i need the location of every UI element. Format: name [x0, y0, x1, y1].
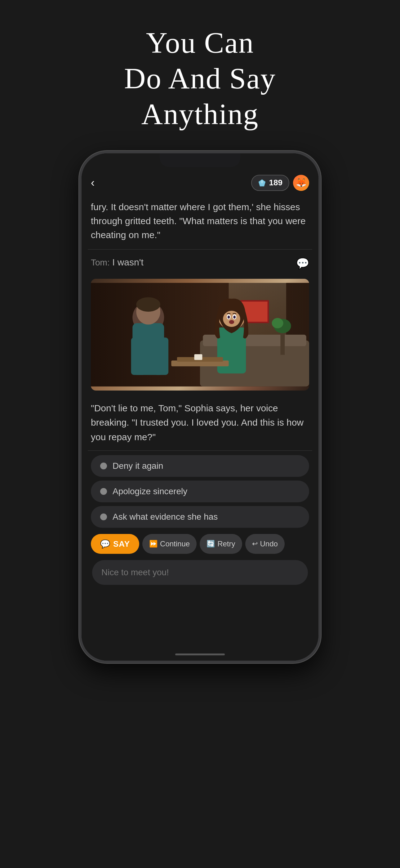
phone-notch: [160, 153, 240, 167]
scene-illustration: [91, 279, 309, 391]
phone-mockup: ‹ 189 🦊 fury. It doesn't m: [79, 151, 321, 663]
divider-2: [88, 451, 312, 451]
nav-right: 189 🦊: [251, 175, 309, 191]
tom-message: Tom: I wasn't 💬: [88, 251, 312, 276]
choices-area: Deny it again Apologize sincerely Ask wh…: [88, 452, 312, 531]
say-button[interactable]: 💬 SAY: [91, 534, 139, 554]
retry-label: Retry: [218, 539, 235, 548]
choice-dot-3: [100, 514, 107, 520]
say-label: SAY: [113, 539, 130, 549]
divider-1: [88, 249, 312, 250]
svg-rect-29: [194, 354, 202, 360]
continue-label: Continue: [160, 539, 190, 548]
say-icon: 💬: [100, 539, 110, 549]
svg-rect-16: [154, 337, 168, 375]
gems-badge[interactable]: 189: [251, 175, 289, 191]
choice-dot-1: [100, 463, 107, 469]
action-bar: 💬 SAY ⏩ Continue 🔄 Retry ↩ Undo: [88, 531, 312, 557]
choice-apologize-label: Apologize sincerely: [112, 487, 187, 496]
retry-icon: 🔄: [206, 540, 215, 548]
phone-shell: ‹ 189 🦊 fury. It doesn't m: [79, 151, 321, 663]
user-avatar[interactable]: 🦊: [293, 175, 309, 191]
gem-icon: [258, 179, 266, 187]
undo-icon: ↩: [252, 540, 258, 548]
hero-title: You can Do and Say Anything: [124, 25, 276, 132]
svg-rect-20: [218, 327, 246, 373]
phone-screen: ‹ 189 🦊 fury. It doesn't m: [81, 153, 319, 661]
nav-bar: ‹ 189 🦊: [81, 172, 319, 194]
undo-button[interactable]: ↩ Undo: [245, 534, 285, 554]
svg-point-21: [223, 311, 240, 327]
tom-text: Tom: I wasn't: [91, 257, 143, 268]
choice-evidence[interactable]: Ask what evidence she has: [91, 506, 309, 528]
scene-image: [91, 279, 309, 391]
svg-point-12: [272, 318, 284, 328]
text-input-placeholder: Nice to meet you!: [101, 567, 169, 577]
gems-count: 189: [269, 178, 282, 187]
svg-rect-15: [131, 337, 145, 375]
home-indicator: [81, 648, 319, 661]
chat-bubble-icon: 💬: [296, 257, 309, 270]
back-button[interactable]: ‹: [91, 176, 95, 189]
choice-deny[interactable]: Deny it again: [91, 455, 309, 477]
undo-label: Undo: [260, 539, 278, 548]
svg-point-18: [136, 297, 160, 311]
chat-area: fury. It doesn't matter where I got them…: [81, 194, 319, 648]
choice-dot-2: [100, 488, 107, 495]
choice-evidence-label: Ask what evidence she has: [112, 512, 218, 522]
continue-icon: ⏩: [149, 540, 158, 548]
text-input-area[interactable]: Nice to meet you!: [92, 560, 308, 585]
continue-button[interactable]: ⏩ Continue: [142, 534, 197, 554]
choice-deny-label: Deny it again: [112, 461, 163, 471]
svg-point-24: [228, 315, 230, 318]
sophia-quote: "Don't lie to me, Tom," Sophia says, her…: [88, 394, 312, 450]
svg-point-25: [233, 315, 235, 318]
svg-point-26: [229, 320, 234, 324]
choice-apologize[interactable]: Apologize sincerely: [91, 480, 309, 502]
message-fury: fury. It doesn't matter where I got them…: [88, 194, 312, 248]
home-bar: [175, 653, 225, 655]
retry-button[interactable]: 🔄 Retry: [200, 534, 242, 554]
